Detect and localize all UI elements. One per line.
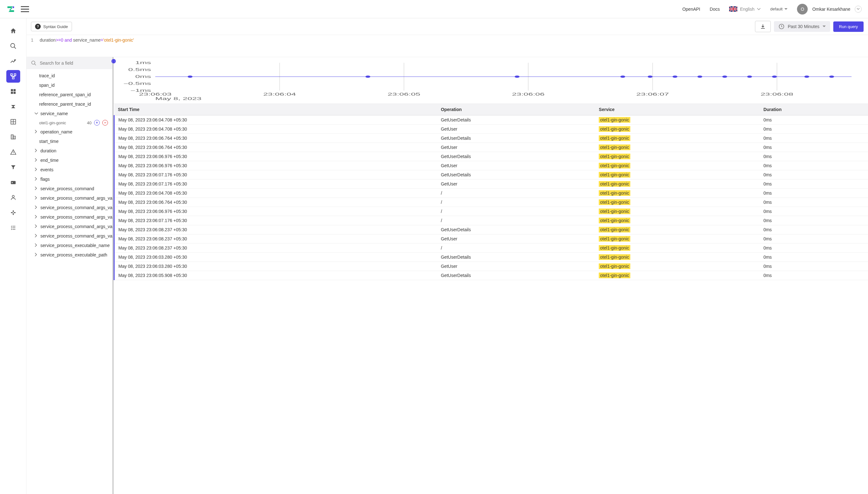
table-row[interactable]: May 08, 2023 23:06:06.764 +05:30GetUserD… <box>114 134 868 143</box>
field-row[interactable]: service_process_command_args_val... <box>26 193 112 203</box>
cell-service: otel1-gin-gonic <box>595 262 759 271</box>
nav-tasks[interactable] <box>6 222 20 234</box>
table-row[interactable]: May 08, 2023 23:06:08.237 +05:30/otel1-g… <box>114 244 868 253</box>
query-toolbar: ? Syntax Guide Past 30 Minutes Run query <box>26 18 868 35</box>
run-query-button[interactable]: Run query <box>833 21 864 32</box>
nav-alerts[interactable] <box>6 146 20 158</box>
table-row[interactable]: May 08, 2023 23:06:06.764 +05:30GetUsero… <box>114 143 868 152</box>
nav-users[interactable] <box>6 191 20 204</box>
table-row[interactable]: May 08, 2023 23:06:06.976 +05:30GetUsero… <box>114 161 868 170</box>
table-header[interactable]: Duration <box>760 104 868 115</box>
cell-duration: 0ms <box>760 216 868 225</box>
nav-filter[interactable] <box>6 161 20 173</box>
docs-link[interactable]: Docs <box>710 7 720 12</box>
nav-search[interactable] <box>6 40 20 52</box>
openapi-link[interactable]: OpenAPI <box>682 7 700 12</box>
nav-dashboards[interactable] <box>6 85 20 98</box>
cell-duration: 0ms <box>760 244 868 253</box>
user-chevron-icon[interactable] <box>855 6 862 13</box>
svg-point-41 <box>515 76 519 78</box>
field-row[interactable]: service_process_executable_path <box>26 250 112 260</box>
nav-tables[interactable] <box>6 115 20 128</box>
field-label: service_process_command_args_val... <box>40 233 112 239</box>
table-header[interactable]: Service <box>595 104 759 115</box>
table-row[interactable]: May 08, 2023 23:06:07.176 +05:30GetUserD… <box>114 170 868 179</box>
table-row[interactable]: May 08, 2023 23:06:06.976 +05:30GetUserD… <box>114 152 868 161</box>
nav-home[interactable] <box>6 25 20 37</box>
nav-organizations[interactable] <box>6 131 20 143</box>
field-row[interactable]: service_process_command_args_val... <box>26 203 112 212</box>
svg-point-20 <box>32 61 35 64</box>
menu-icon[interactable] <box>21 6 29 12</box>
nav-traces[interactable] <box>6 70 20 83</box>
field-row[interactable]: service_process_command_args_val... <box>26 212 112 222</box>
cell-service: otel1-gin-gonic <box>595 161 759 170</box>
panel-resize-handle[interactable]: ⋮⋮ <box>111 59 116 63</box>
cell-operation: GetUserDetails <box>437 225 595 234</box>
top-bar: OpenAPI Docs English default O Omkar Kes… <box>0 0 868 18</box>
cell-service: otel1-gin-gonic <box>595 234 759 244</box>
download-button[interactable] <box>755 21 771 32</box>
chevron-right-icon <box>34 195 38 201</box>
table-row[interactable]: May 08, 2023 23:06:06.976 +05:30/otel1-g… <box>114 207 868 216</box>
field-row[interactable]: reference_parent_trace_id <box>26 99 112 109</box>
field-label: service_process_command_args_val... <box>40 195 112 201</box>
traces-table-wrap[interactable]: Start TimeOperationServiceDuration May 0… <box>114 104 868 494</box>
fields-search-input[interactable] <box>40 61 108 65</box>
field-label: span_id <box>39 83 55 88</box>
field-row[interactable]: service_name <box>26 109 112 118</box>
nav-billing[interactable] <box>6 176 20 189</box>
field-row[interactable]: service_process_command_args_val... <box>26 222 112 231</box>
field-label: operation_name <box>40 129 72 134</box>
field-row[interactable]: service_process_command_args_val... <box>26 231 112 241</box>
table-row[interactable]: May 08, 2023 23:06:04.708 +05:30GetUsero… <box>114 125 868 134</box>
nav-functions[interactable] <box>6 100 20 113</box>
field-value-row[interactable]: otel1-gin-gonic40+− <box>26 118 112 127</box>
language-selector[interactable]: English <box>729 6 761 12</box>
nav-slack[interactable] <box>6 206 20 219</box>
filter-exclude-button[interactable]: − <box>102 120 108 126</box>
fields-search[interactable] <box>26 57 112 69</box>
table-row[interactable]: May 08, 2023 23:06:03.280 +05:30GetUserD… <box>114 253 868 262</box>
cell-duration: 0ms <box>760 143 868 152</box>
table-row[interactable]: May 08, 2023 23:06:08.237 +05:30GetUsero… <box>114 234 868 244</box>
svg-rect-2 <box>11 74 12 76</box>
table-row[interactable]: May 08, 2023 23:06:03.280 +05:30GetUsero… <box>114 262 868 271</box>
table-row[interactable]: May 08, 2023 23:06:04.708 +05:30GetUserD… <box>114 115 868 125</box>
field-row[interactable]: trace_id <box>26 71 112 80</box>
field-row[interactable]: start_time <box>26 137 112 146</box>
table-row[interactable]: May 08, 2023 23:06:07.176 +05:30GetUsero… <box>114 179 868 189</box>
field-row[interactable]: span_id <box>26 80 112 90</box>
team-selector[interactable]: default <box>770 7 788 11</box>
svg-text:−0.5ms: −0.5ms <box>124 81 151 86</box>
cell-duration: 0ms <box>760 179 868 189</box>
query-editor[interactable]: 1 duration>=0 and service_name='otel1-gi… <box>26 35 868 57</box>
chevron-right-icon <box>34 224 38 229</box>
user-menu[interactable]: O Omkar Kesarkhane <box>797 4 862 15</box>
field-row[interactable]: service_process_command <box>26 184 112 193</box>
nav-metrics[interactable] <box>6 55 20 68</box>
table-header[interactable]: Start Time <box>114 104 437 115</box>
field-row[interactable]: reference_parent_span_id <box>26 90 112 99</box>
syntax-guide-button[interactable]: ? Syntax Guide <box>31 22 72 31</box>
cell-start: May 08, 2023 23:06:04.708 +05:30 <box>114 115 437 125</box>
table-row[interactable]: May 08, 2023 23:06:04.708 +05:30/otel1-g… <box>114 189 868 198</box>
field-value-name: otel1-gin-gonic <box>39 120 66 125</box>
cell-service: otel1-gin-gonic <box>595 207 759 216</box>
field-row[interactable]: events <box>26 165 112 174</box>
table-row[interactable]: May 08, 2023 23:06:05.908 +05:30GetUserD… <box>114 271 868 280</box>
cell-service: otel1-gin-gonic <box>595 253 759 262</box>
time-range-selector[interactable]: Past 30 Minutes <box>774 21 830 32</box>
field-row[interactable]: duration <box>26 146 112 155</box>
filter-include-button[interactable]: + <box>94 120 100 126</box>
table-header[interactable]: Operation <box>437 104 595 115</box>
field-row[interactable]: end_time <box>26 155 112 165</box>
table-row[interactable]: May 08, 2023 23:06:07.176 +05:30/otel1-g… <box>114 216 868 225</box>
field-row[interactable]: operation_name <box>26 127 112 137</box>
table-row[interactable]: May 08, 2023 23:06:06.764 +05:30/otel1-g… <box>114 198 868 207</box>
cell-service: otel1-gin-gonic <box>595 115 759 125</box>
table-row[interactable]: May 08, 2023 23:06:08.237 +05:30GetUserD… <box>114 225 868 234</box>
field-row[interactable]: flags <box>26 174 112 184</box>
field-row[interactable]: service_process_executable_name <box>26 241 112 250</box>
cell-operation: GetUser <box>437 161 595 170</box>
